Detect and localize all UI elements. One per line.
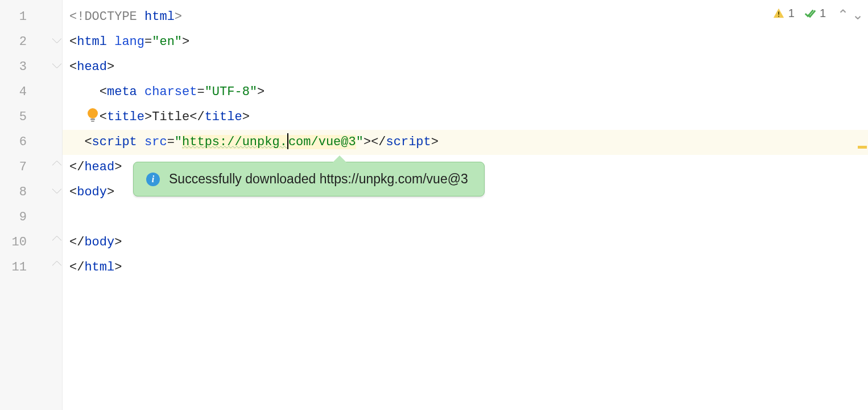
token: " bbox=[205, 85, 212, 99]
inspection-nav: ⌃ ⌄ bbox=[836, 7, 865, 23]
code-line[interactable]: <!DOCTYPE html> bbox=[63, 5, 868, 30]
code-line[interactable]: <head> bbox=[63, 55, 868, 80]
line-number[interactable]: 1 bbox=[0, 5, 62, 30]
svg-rect-1 bbox=[90, 118, 95, 120]
code-line[interactable]: </body> bbox=[63, 230, 868, 255]
token: body bbox=[77, 185, 107, 199]
token: </ bbox=[189, 110, 204, 124]
line-number[interactable]: 4 bbox=[0, 80, 62, 105]
code-line[interactable]: <title>Title</title> bbox=[63, 105, 868, 130]
token: title bbox=[107, 110, 144, 124]
token: src bbox=[144, 135, 167, 149]
token: > bbox=[107, 60, 114, 74]
code-line[interactable] bbox=[63, 205, 868, 230]
token: > bbox=[182, 35, 189, 49]
warning-icon[interactable] bbox=[772, 7, 785, 20]
code-line[interactable]: <html lang="en"> bbox=[63, 30, 868, 55]
token: html bbox=[77, 35, 114, 49]
token: html bbox=[144, 10, 175, 24]
token: body bbox=[84, 235, 114, 249]
code-area[interactable]: <!DOCTYPE html> <html lang="en"> <head> … bbox=[63, 0, 868, 410]
ok-count: 1 bbox=[820, 7, 826, 20]
check-icon[interactable] bbox=[804, 7, 816, 20]
line-number[interactable]: 8 bbox=[0, 180, 62, 205]
token: </ bbox=[69, 235, 84, 249]
svg-rect-4 bbox=[778, 15, 779, 17]
warning-count: 1 bbox=[788, 7, 795, 20]
line-number[interactable]: 5 bbox=[0, 105, 62, 130]
token: " bbox=[175, 35, 182, 49]
token: " bbox=[356, 135, 363, 149]
token: > bbox=[363, 135, 371, 149]
token: html bbox=[84, 260, 114, 274]
token: charset bbox=[144, 85, 197, 99]
token: </ bbox=[69, 260, 84, 274]
token: " bbox=[152, 35, 159, 49]
token: </ bbox=[371, 135, 386, 149]
token: > bbox=[242, 110, 250, 124]
token: > bbox=[114, 160, 122, 174]
token: <!DOCTYPE bbox=[69, 10, 144, 24]
line-number[interactable]: 10 bbox=[0, 230, 62, 255]
svg-point-0 bbox=[88, 108, 98, 118]
info-icon: i bbox=[146, 173, 160, 186]
code-line[interactable]: <meta charset="UTF-8"> bbox=[63, 80, 868, 105]
token: head bbox=[84, 160, 114, 174]
url-highlight: https://unpkg. bbox=[182, 135, 287, 149]
line-number[interactable]: 7 bbox=[0, 155, 62, 180]
token: = bbox=[144, 35, 152, 49]
line-number[interactable]: 11 bbox=[0, 255, 62, 280]
token: > bbox=[175, 10, 182, 24]
chevron-down-icon[interactable]: ⌄ bbox=[851, 7, 865, 23]
code-editor[interactable]: 1 2 3 4 5 6 7 8 9 10 11 <!DOCTYPE html> … bbox=[0, 0, 868, 410]
token: < bbox=[69, 35, 77, 49]
notification-tooltip: i Successfully downloaded https://unpkg.… bbox=[133, 162, 485, 196]
tooltip-text: Successfully downloaded https://unpkg.co… bbox=[169, 171, 468, 187]
token: </ bbox=[69, 160, 84, 174]
token: > bbox=[144, 110, 152, 124]
line-number[interactable]: 9 bbox=[0, 205, 62, 230]
token: script bbox=[386, 135, 431, 149]
token: lang bbox=[114, 35, 144, 49]
inspection-widget[interactable]: 1 1 bbox=[772, 7, 832, 20]
line-number[interactable]: 2 bbox=[0, 30, 62, 55]
gutter: 1 2 3 4 5 6 7 8 9 10 11 bbox=[0, 0, 63, 410]
chevron-up-icon[interactable]: ⌃ bbox=[836, 7, 850, 23]
token: en bbox=[159, 35, 174, 49]
indent bbox=[69, 85, 100, 99]
code-line[interactable]: </html> bbox=[63, 255, 868, 280]
svg-rect-2 bbox=[91, 121, 94, 122]
token: > bbox=[114, 260, 122, 274]
line-number[interactable]: 6 bbox=[0, 130, 62, 155]
token: < bbox=[69, 185, 77, 199]
url-highlight: com/vue@3 bbox=[288, 135, 356, 149]
token: < bbox=[100, 110, 107, 124]
token: > bbox=[257, 85, 264, 99]
token: = bbox=[197, 85, 204, 99]
token: Title bbox=[152, 110, 189, 124]
token: < bbox=[69, 60, 77, 74]
indent bbox=[69, 135, 84, 149]
line-number[interactable]: 3 bbox=[0, 55, 62, 80]
token: < bbox=[100, 85, 107, 99]
token: > bbox=[107, 185, 114, 199]
code-line-current[interactable]: <script src="https://unpkg.com/vue@3"></… bbox=[63, 130, 868, 155]
token: UTF-8 bbox=[212, 85, 250, 99]
token: meta bbox=[107, 85, 144, 99]
text-caret bbox=[287, 133, 288, 149]
svg-rect-3 bbox=[778, 11, 779, 14]
token: = bbox=[167, 135, 175, 149]
token: title bbox=[205, 110, 242, 124]
token: > bbox=[114, 235, 122, 249]
token: " bbox=[175, 135, 182, 149]
token: " bbox=[250, 85, 257, 99]
token: head bbox=[77, 60, 107, 74]
intention-bulb-icon[interactable] bbox=[86, 107, 99, 124]
token: script bbox=[92, 135, 144, 149]
token: < bbox=[84, 135, 92, 149]
warning-stripe[interactable] bbox=[858, 146, 867, 149]
token: > bbox=[431, 135, 439, 149]
